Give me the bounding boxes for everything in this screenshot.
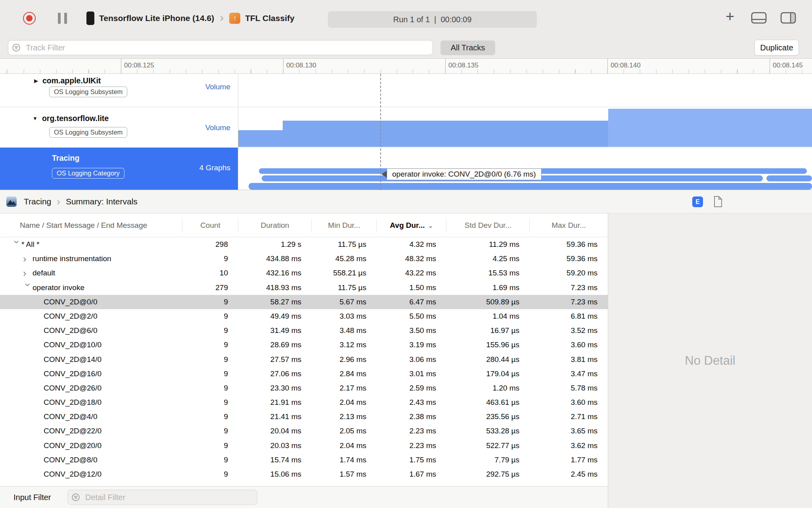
table-row[interactable]: CONV_2D@26/0 9 23.30 ms 2.17 ms 2.59 ms …	[0, 381, 608, 395]
row-avg-duration: 1.50 ms	[377, 281, 446, 295]
view-mode-e-button[interactable]: E	[692, 196, 703, 207]
track-row-tensorflow-lite[interactable]: ▼ org.tensorflow.lite OS Logging Subsyst…	[0, 107, 812, 148]
row-count: 9	[182, 323, 238, 338]
row-max-duration: 3.60 ms	[530, 395, 608, 410]
table-row[interactable]: › * All * 298 1.29 s 11.75 µs 4.32 ms 11…	[0, 237, 608, 252]
column-header-avg-label: Avg Dur...	[390, 221, 425, 229]
right-pane-toggle-button[interactable]	[780, 12, 796, 25]
row-name: CONV_2D@6/0	[44, 323, 97, 338]
column-header-max[interactable]: Max Dur...	[530, 214, 608, 237]
column-header-name[interactable]: Name / Start Message / End Message	[0, 214, 182, 237]
bottom-pane-toggle-button[interactable]	[751, 12, 767, 25]
row-duration: 1.29 s	[238, 237, 312, 252]
ruler-label: 00:08.135	[448, 62, 479, 69]
device-target-selector[interactable]: Tensorflow Lite iPhone (14.6) › ↑ TFL Cl…	[86, 0, 295, 37]
bottom-pane-icon	[751, 12, 767, 24]
document-view-button[interactable]	[713, 196, 723, 209]
breadcrumb-chevron-icon: ›	[57, 196, 60, 208]
row-count: 9	[182, 252, 238, 266]
column-header-count[interactable]: Count	[182, 214, 238, 237]
row-avg-duration: 2.43 ms	[377, 395, 446, 410]
uikit-volume-lane[interactable]	[238, 74, 812, 107]
table-row[interactable]: › runtime instrumentation 9 434.88 ms 45…	[0, 252, 608, 266]
track-title: org.tensorflow.lite	[42, 114, 109, 123]
column-header-duration[interactable]: Duration	[238, 214, 312, 237]
timeline-ruler[interactable]: 00:08.125 00:08.130 00:08.135 00:08.140 …	[0, 59, 812, 74]
ruler-major-tick	[445, 59, 446, 73]
row-stddev-duration: 292.75 µs	[446, 467, 530, 481]
track-filter-field	[8, 40, 433, 55]
row-max-duration: 59.36 ms	[530, 237, 608, 252]
add-instrument-button[interactable]: +	[726, 8, 734, 25]
instrument-thumbnail-icon	[6, 196, 17, 207]
table-row[interactable]: CONV_2D@12/0 9 15.06 ms 1.57 ms 1.67 ms …	[0, 467, 608, 481]
lane-label: Volume	[0, 123, 230, 132]
track-filter-input[interactable]	[8, 40, 433, 55]
filter-bar: All Tracks Duplicate	[0, 37, 812, 59]
row-disclosure-chevron-icon[interactable]: ›	[23, 268, 33, 278]
row-name: CONV_2D@4/0	[44, 410, 97, 424]
track-row-uikit[interactable]: ▶ com.apple.UIKit OS Logging Subsystem V…	[0, 74, 812, 107]
row-max-duration: 7.23 ms	[530, 295, 608, 309]
breadcrumb-root[interactable]: Tracing	[24, 197, 51, 206]
toolbar: Tensorflow Lite iPhone (14.6) › ↑ TFL Cl…	[0, 0, 812, 37]
row-min-duration: 11.75 µs	[312, 237, 377, 252]
row-disclosure-chevron-icon[interactable]: ›	[23, 254, 33, 264]
table-row[interactable]: CONV_2D@22/0 9 20.04 ms 2.05 ms 2.23 ms …	[0, 424, 608, 438]
interval-bar[interactable]	[249, 183, 812, 190]
table-row[interactable]: CONV_2D@0/0 9 58.27 ms 5.67 ms 6.47 ms 5…	[0, 295, 608, 309]
row-name: runtime instrumentation	[33, 252, 111, 266]
duplicate-button[interactable]: Duplicate	[755, 40, 799, 56]
all-tracks-label: All Tracks	[451, 43, 485, 52]
table-row[interactable]: CONV_2D@4/0 9 21.41 ms 2.13 ms 2.38 ms 2…	[0, 410, 608, 424]
ruler-label: 00:08.140	[611, 62, 641, 69]
breadcrumb-leaf[interactable]: Summary: Intervals	[66, 197, 138, 206]
row-min-duration: 558.21 µs	[312, 266, 377, 280]
row-min-duration: 3.12 ms	[312, 338, 377, 352]
column-header-stddev[interactable]: Std Dev Dur...	[446, 214, 530, 237]
table-row[interactable]: CONV_2D@2/0 9 49.49 ms 3.03 ms 5.50 ms 1…	[0, 309, 608, 323]
table-row[interactable]: CONV_2D@18/0 9 21.91 ms 2.04 ms 2.43 ms …	[0, 395, 608, 410]
row-count: 9	[182, 338, 238, 352]
duplicate-label: Duplicate	[760, 43, 793, 52]
row-count: 9	[182, 424, 238, 438]
row-min-duration: 2.04 ms	[312, 439, 377, 453]
filter-icon	[71, 493, 80, 502]
playhead-dashed-line[interactable]	[380, 74, 381, 190]
detail-filter-input[interactable]	[67, 490, 257, 505]
row-duration: 434.88 ms	[238, 252, 312, 266]
pause-button[interactable]	[58, 13, 67, 24]
row-stddev-duration: 522.77 µs	[446, 439, 530, 453]
record-button[interactable]	[23, 12, 36, 25]
volume-area-segment	[608, 109, 812, 147]
column-header-min[interactable]: Min Dur...	[312, 214, 377, 237]
row-duration: 58.27 ms	[238, 295, 312, 309]
interval-bar[interactable]	[766, 175, 812, 181]
ruler-label: 00:08.145	[773, 62, 803, 69]
table-row[interactable]: › operator invoke 279 418.93 ms 11.75 µs…	[0, 281, 608, 295]
table-row[interactable]: CONV_2D@10/0 9 28.69 ms 3.12 ms 3.19 ms …	[0, 338, 608, 352]
table-row[interactable]: CONV_2D@8/0 9 15.74 ms 1.74 ms 1.75 ms 7…	[0, 453, 608, 467]
row-disclosure-chevron-icon[interactable]: ›	[12, 240, 22, 250]
table-row[interactable]: CONV_2D@14/0 9 27.57 ms 2.96 ms 3.06 ms …	[0, 352, 608, 367]
interval-tooltip: operator invoke: CONV_2D@0/0 (6.76 ms)	[387, 168, 542, 180]
row-duration: 28.69 ms	[238, 338, 312, 352]
row-name: CONV_2D@14/0	[44, 352, 102, 367]
table-row[interactable]: › default 10 432.16 ms 558.21 µs 43.22 m…	[0, 266, 608, 280]
row-duration: 20.03 ms	[238, 439, 312, 453]
table-row[interactable]: CONV_2D@6/0 9 31.49 ms 3.48 ms 3.50 ms 1…	[0, 323, 608, 338]
disclosure-open-icon[interactable]: ▼	[33, 115, 38, 121]
chevron-right-icon: ›	[220, 11, 224, 24]
column-header-avg-sorted[interactable]: Avg Dur...⌄	[377, 214, 446, 237]
row-min-duration: 3.03 ms	[312, 309, 377, 323]
row-name: default	[33, 266, 55, 280]
row-min-duration: 2.05 ms	[312, 424, 377, 438]
track-label-divider	[238, 74, 238, 190]
table-row[interactable]: CONV_2D@16/0 9 27.06 ms 2.84 ms 3.01 ms …	[0, 367, 608, 381]
tensorflow-volume-lane[interactable]	[238, 107, 812, 147]
row-stddev-duration: 1.69 ms	[446, 281, 530, 295]
all-tracks-button[interactable]: All Tracks	[440, 40, 495, 55]
row-disclosure-chevron-icon[interactable]: ›	[23, 283, 33, 293]
table-row[interactable]: CONV_2D@20/0 9 20.03 ms 2.04 ms 2.23 ms …	[0, 439, 608, 453]
row-avg-duration: 4.32 ms	[377, 237, 446, 252]
